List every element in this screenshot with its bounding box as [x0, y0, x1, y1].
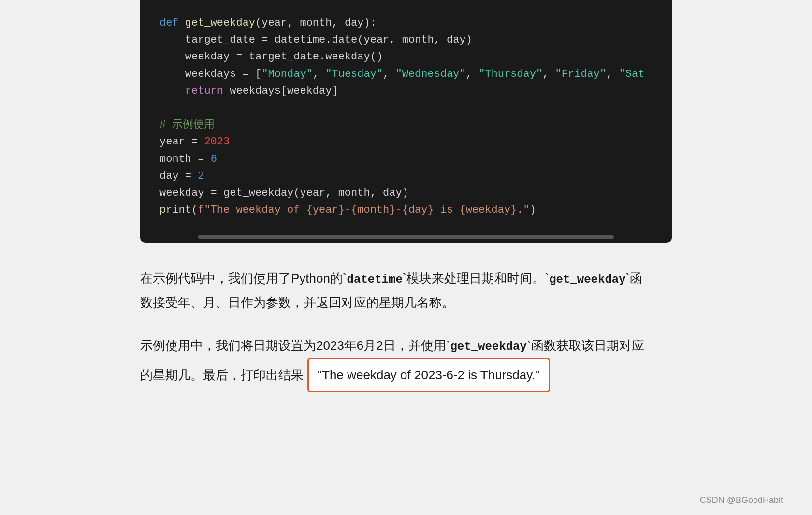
footer: CSDN @BGoodHabit: [0, 486, 812, 515]
footer-text: CSDN @BGoodHabit: [700, 495, 783, 505]
paragraph-2: 示例使用中，我们将日期设置为2023年6月2日，并使用`get_weekday`…: [140, 334, 672, 392]
paragraph-2-prefix-text: 的星期几。最后，打印出结果: [140, 363, 304, 387]
paragraph-1: 在示例代码中，我们使用了Python的`datetime`模块来处理日期和时间。…: [140, 267, 672, 315]
code-block: def get_weekday(year, month, day): targe…: [140, 5, 672, 233]
code-block-container: def get_weekday(year, month, day): targe…: [140, 0, 672, 243]
scrollbar-thumb: [198, 235, 614, 239]
content-area: 在示例代码中，我们使用了Python的`datetime`模块来处理日期和时间。…: [140, 243, 672, 412]
highlight-box: "The weekday of 2023-6-2 is Thursday.": [307, 358, 550, 392]
paragraph-2-last-line: 的星期几。最后，打印出结果 "The weekday of 2023-6-2 i…: [140, 358, 672, 392]
page-wrapper: def get_weekday(year, month, day): targe…: [0, 0, 812, 515]
scrollbar-track[interactable]: [140, 235, 672, 239]
